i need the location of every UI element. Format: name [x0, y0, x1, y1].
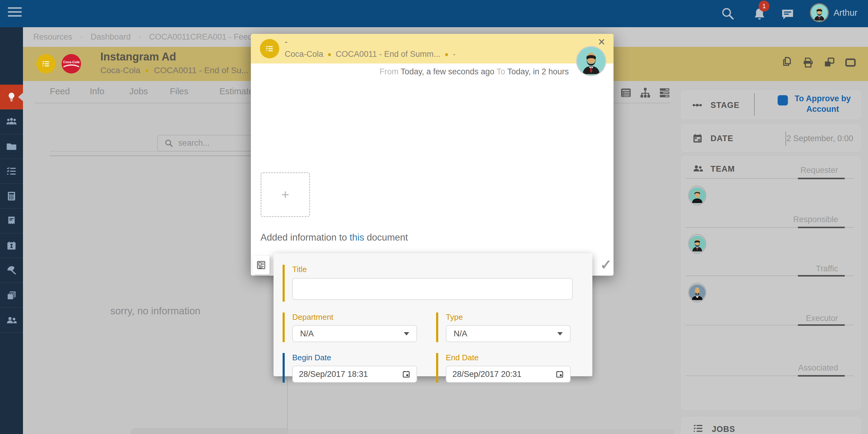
sidebar-item-feed[interactable] — [0, 85, 23, 110]
note-form-icon[interactable] — [253, 256, 270, 274]
title-input[interactable] — [292, 278, 573, 300]
role-label-associated: Associated — [798, 363, 838, 373]
responsible-avatar[interactable] — [688, 234, 706, 254]
chevron-down-icon — [557, 332, 563, 336]
role-label-traffic: Traffic — [816, 264, 838, 274]
list-view-icon[interactable] — [620, 87, 632, 99]
role-underline — [686, 178, 854, 179]
entry-form: Title Department N/A Type N/A Begin Date… — [274, 253, 592, 376]
requester-avatar[interactable] — [688, 186, 706, 206]
type-select[interactable]: N/A — [446, 325, 570, 342]
card-shadow — [288, 429, 674, 434]
modal-title: - — [285, 37, 287, 46]
empty-state-message: sorry, no information — [110, 305, 200, 317]
department-value: N/A — [300, 329, 314, 339]
campaign-name[interactable]: COCA0011 - End of Su... — [154, 66, 248, 75]
calendar-hourglass-icon — [6, 240, 17, 251]
chat-icon[interactable] — [780, 7, 795, 22]
tab-jobs[interactable]: Jobs — [129, 87, 148, 96]
sidebar-item-users[interactable] — [0, 308, 23, 333]
tab-files[interactable]: Files — [170, 87, 188, 96]
modal-subtitle-tail: - — [453, 50, 456, 59]
to-value: Today, in 2 hours — [507, 67, 569, 76]
sidebar-item-tasks[interactable] — [0, 159, 23, 184]
sidebar-item-resources[interactable] — [0, 258, 23, 283]
rows-view-icon[interactable] — [658, 87, 671, 99]
sidebar-item-invoices[interactable] — [0, 209, 23, 233]
role-underline — [686, 376, 854, 376]
top-navbar: 1 Arthur — [0, 0, 868, 27]
notification-badge[interactable]: 1 — [758, 1, 770, 11]
checklist-badge-icon — [41, 59, 51, 68]
department-label: Department — [292, 312, 333, 322]
stage-label: STAGE — [711, 101, 740, 110]
sidebar-item-schedule[interactable] — [0, 233, 23, 258]
receipt-icon — [6, 216, 17, 226]
app-root: 1 Arthur — [0, 0, 868, 434]
copy-icon[interactable] — [780, 56, 794, 69]
document-link[interactable]: this — [350, 232, 364, 243]
stage-value[interactable]: To Approve by Account — [788, 93, 858, 115]
department-select[interactable]: N/A — [292, 325, 417, 342]
role-underline — [686, 276, 854, 276]
project-type-icon[interactable] — [36, 54, 56, 73]
stage-color-swatch[interactable] — [778, 95, 788, 105]
sidebar-item-documents[interactable] — [0, 283, 23, 308]
topbar-username[interactable]: Arthur — [834, 8, 858, 18]
team-icon — [692, 163, 704, 175]
user-avatar[interactable] — [810, 3, 829, 22]
team-group-icon — [6, 116, 17, 128]
date-value[interactable]: 2 September, 0:00 — [786, 134, 853, 143]
print-icon[interactable] — [802, 56, 815, 69]
windows-overlap-icon[interactable] — [823, 56, 836, 69]
from-value: Today, a few seconds ago — [401, 67, 494, 76]
calculator-icon — [6, 191, 17, 202]
modal-header: - Coca-Cola ● COCA0011 - End of Summ... … — [251, 34, 614, 63]
field-accent-bar — [436, 353, 438, 383]
search-icon[interactable] — [721, 7, 735, 21]
role-label-requester: Requester — [800, 166, 838, 175]
modal-author-avatar[interactable] — [576, 46, 606, 76]
role-underline — [686, 325, 854, 325]
client-logo[interactable]: Coca-Cola — [62, 54, 81, 73]
breadcrumb-separator: · — [138, 32, 141, 42]
entry-type-icon — [260, 39, 279, 58]
svg-text:Coca-Cola: Coca-Cola — [63, 60, 80, 64]
modal-client: Coca-Cola — [285, 50, 323, 59]
sidebar-item-estimates[interactable] — [0, 184, 23, 209]
window-icon[interactable] — [844, 56, 857, 69]
add-attachment-dropzone[interactable]: + — [260, 172, 310, 217]
date-card: DATE 2 September, 0:00 — [681, 125, 861, 152]
sidebar-item-files[interactable] — [0, 134, 23, 159]
end-date-input[interactable]: 28/Sep/2017 20:31 — [446, 366, 570, 383]
modal-date-range: From Today, a few seconds ago To Today, … — [380, 67, 569, 76]
divider — [50, 155, 251, 156]
divider — [785, 131, 786, 146]
people-icon — [5, 314, 18, 326]
tab-info[interactable]: Info — [90, 87, 104, 96]
search-icon — [164, 139, 174, 148]
hamburger-menu-icon[interactable] — [8, 5, 22, 19]
activity-text-pre: Added information to — [260, 232, 347, 243]
breadcrumb-dashboard[interactable]: Dashboard — [91, 32, 130, 42]
confirm-check-icon[interactable]: ✓ — [597, 256, 615, 274]
close-icon[interactable]: × — [598, 36, 605, 48]
type-value: N/A — [454, 329, 467, 339]
calendar-icon[interactable] — [556, 370, 564, 378]
feed-entry-modal: - Coca-Cola ● COCA0011 - End of Summ... … — [251, 34, 614, 276]
hierarchy-view-icon[interactable] — [639, 87, 652, 99]
tab-feed[interactable]: Feed — [50, 87, 70, 96]
sidebar-item-team[interactable] — [0, 110, 23, 134]
date-label: DATE — [711, 134, 734, 143]
jobs-label: JOBS — [712, 425, 735, 434]
client-name[interactable]: Coca-Cola — [100, 66, 140, 75]
field-accent-bar — [436, 312, 438, 342]
breadcrumb-resources[interactable]: Resources — [33, 32, 72, 42]
field-accent-bar-blue — [283, 353, 285, 383]
traffic-avatar[interactable] — [688, 283, 706, 303]
begin-date-value: 28/Sep/2017 18:31 — [299, 370, 368, 379]
role-underline — [686, 227, 854, 227]
dot-separator: ● — [328, 51, 332, 58]
calendar-icon[interactable] — [402, 370, 410, 378]
begin-date-input[interactable]: 28/Sep/2017 18:31 — [292, 366, 417, 383]
